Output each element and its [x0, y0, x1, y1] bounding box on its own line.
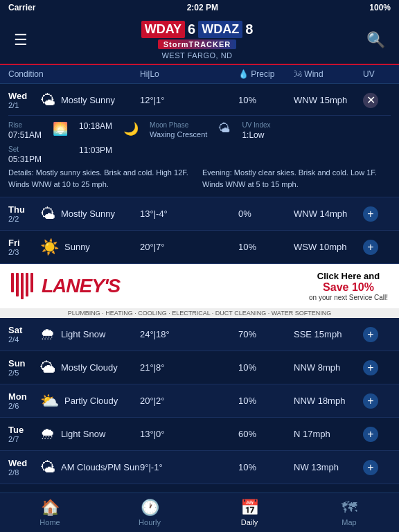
moonset-item: 11:03PM: [79, 145, 112, 164]
sunset-time: 05:31PM: [8, 154, 42, 164]
condition-text: Sunny: [64, 242, 90, 252]
expand-button[interactable]: +: [363, 360, 378, 375]
row-main: Fri 2/3 ☀️ Sunny 20°|7° 10% WSW 10mph +: [8, 238, 391, 256]
date-num: 2/8: [8, 468, 35, 477]
nav-daily[interactable]: 📅 Daily: [200, 493, 299, 532]
sunrise-time: 07:51AM: [8, 130, 42, 140]
date-num: 2/3: [8, 248, 35, 256]
expand-button[interactable]: +: [363, 327, 378, 342]
weather-row-tue27: Tue 2/7 🌨 Light Snow 13°|0° 60% N 17mph …: [0, 418, 399, 451]
date-num: 2/5: [8, 369, 35, 377]
row-main: Mon 2/6 ⛅ Partly Cloudy 20°|2° 10% NNW 1…: [8, 391, 391, 410]
sun-moon-row: Rise 07:51AM 🌅 10:18AM 🌙 Moon Phase Waxi…: [8, 121, 391, 140]
expand-button[interactable]: +: [363, 206, 378, 222]
date-num: 2/4: [8, 335, 35, 344]
date-block: Mon 2/6: [8, 391, 35, 410]
row-main: Wed 2/1 🌤 Mostly Sunny 12°|1° 10% WNW 15…: [8, 91, 391, 109]
date-condition: Sat 2/4 🌨 Light Snow: [8, 325, 140, 344]
ad-service-text: on your next Service Call!: [309, 294, 388, 301]
nav-map-label: Map: [342, 518, 356, 526]
date-block: Fri 2/3: [8, 238, 35, 256]
weather-row-wed21: Wed 2/1 🌤 Mostly Sunny 12°|1° 10% WNW 15…: [0, 84, 399, 197]
search-button[interactable]: 🔍: [364, 28, 388, 52]
uv-index-label: UV Index: [242, 121, 270, 129]
logo-8: 8: [245, 21, 253, 37]
battery: 100%: [369, 3, 391, 12]
condition-icon: 🌤: [40, 91, 55, 109]
expand-button[interactable]: +: [363, 240, 378, 255]
col-condition: Condition: [8, 69, 140, 79]
expand-button[interactable]: +: [363, 393, 378, 409]
weather-row-thu22: Thu 2/2 🌤 Mostly Sunny 13°|-4° 0% WNW 14…: [0, 197, 399, 231]
weather-row-wed28: Wed 2/8 🌤 AM Clouds/PM Sun 9°|-1° 10% NW…: [0, 451, 399, 484]
column-headers: Condition Hi|Lo 💧 Precip 🌬 Wind UV: [0, 65, 399, 84]
moonset-time: 11:03PM: [79, 145, 112, 155]
menu-button[interactable]: ☰: [11, 28, 30, 52]
ad-stripe-3: [21, 273, 24, 299]
wind: NNW 8mph: [294, 362, 363, 373]
col-wind: 🌬 Wind: [294, 69, 363, 79]
date-block: Sat 2/4: [8, 325, 35, 344]
precip: 0%: [238, 209, 294, 219]
bottom-nav: 🏠 Home 🕐 Hourly 📅 Daily 🗺 Map: [0, 493, 399, 532]
weather-row-fri23: Fri 2/3 ☀️ Sunny 20°|7° 10% WSW 10mph +: [0, 231, 399, 264]
wind: WNW 14mph: [294, 209, 363, 219]
stormtracker-label: StormTRACKER: [158, 39, 237, 49]
temp: 21°|8°: [140, 362, 238, 373]
row-main: Wed 2/8 🌤 AM Clouds/PM Sun 9°|-1° 10% NW…: [8, 458, 391, 477]
ad-stripe-2: [16, 273, 19, 296]
temp: 13°|-4°: [140, 209, 238, 219]
date-block: Sun 2/5: [8, 358, 35, 377]
ad-brand: LANEY'S: [42, 275, 120, 297]
map-icon: 🗺: [342, 499, 357, 517]
detail-night: Evening: Mostly clear skies. Brisk and c…: [202, 167, 391, 190]
nav-home[interactable]: 🏠 Home: [0, 493, 100, 532]
date-block: Wed 2/1: [8, 91, 35, 109]
ad-banner[interactable]: LANEY'S Click Here and Save 10% on your …: [0, 264, 399, 308]
wind: SSE 15mph: [294, 329, 363, 339]
temp: 12°|1°: [140, 95, 238, 105]
logo-wdaz: WDAZ: [198, 21, 242, 38]
condition-text: Mostly Sunny: [61, 209, 115, 219]
ad-laney-left: LANEY'S: [11, 273, 120, 299]
date-condition: Fri 2/3 ☀️ Sunny: [8, 238, 140, 256]
nav-map[interactable]: 🗺 Map: [299, 493, 399, 532]
collapse-button[interactable]: ✕: [363, 93, 378, 108]
header: ☰ WDAY 6 WDAZ 8 StormTRACKER WEST FARGO,…: [0, 15, 399, 65]
carrier: Carrier: [8, 3, 35, 12]
temp: 20°|7°: [140, 242, 238, 252]
date-num: 2/1: [8, 101, 35, 109]
date-block: Thu 2/2: [8, 204, 35, 223]
temp: 24°|18°: [140, 329, 238, 339]
condition-icon: 🌤: [40, 205, 55, 223]
wind: WSW 10mph: [294, 242, 363, 252]
detail-day: Details: Mostly sunny skies. Brisk and c…: [8, 167, 197, 190]
daily-icon: 📅: [240, 499, 259, 517]
day-label: Tue: [8, 425, 35, 435]
temp: 9°|-1°: [140, 462, 238, 472]
condition-text: Light Snow: [61, 429, 105, 439]
detail-row: Details: Mostly sunny skies. Brisk and c…: [8, 167, 391, 190]
day-label: Wed: [8, 91, 35, 101]
expand-button[interactable]: +: [363, 460, 378, 475]
date-num: 2/7: [8, 435, 35, 443]
nav-hourly[interactable]: 🕐 Hourly: [100, 493, 200, 532]
expand-button[interactable]: +: [363, 427, 378, 442]
col-uv: UV: [363, 69, 391, 79]
sunrise-item: Rise 07:51AM: [8, 121, 42, 140]
logo-brand: WDAY 6 WDAZ 8: [141, 21, 254, 38]
precip: 10%: [238, 462, 294, 472]
nav-home-label: Home: [39, 518, 60, 526]
row-main: Tue 2/7 🌨 Light Snow 13°|0° 60% N 17mph …: [8, 425, 391, 443]
logo-wday: WDAY: [141, 21, 185, 38]
nav-hourly-label: Hourly: [139, 518, 161, 526]
precip: 70%: [238, 329, 294, 339]
date-num: 2/6: [8, 402, 35, 410]
date-condition: Mon 2/6 ⛅ Partly Cloudy: [8, 391, 140, 410]
hourly-icon: 🕐: [141, 499, 159, 517]
day-label: Wed: [8, 458, 35, 468]
date-num: 2/2: [8, 215, 35, 223]
row-main: Sun 2/5 🌥 Mostly Cloudy 21°|8° 10% NNW 8…: [8, 358, 391, 377]
precip: 10%: [238, 242, 294, 252]
time: 2:02 PM: [187, 3, 218, 12]
